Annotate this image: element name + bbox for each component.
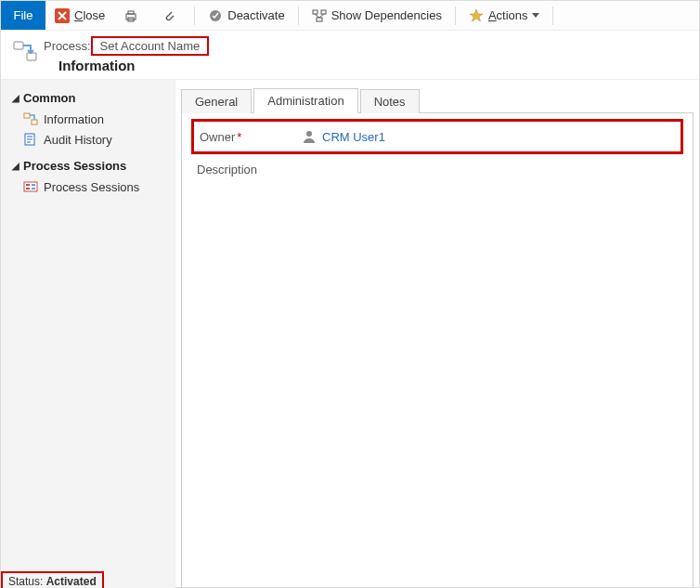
nav-group-common[interactable]: ◢ Common <box>1 89 175 109</box>
left-nav: ◢ Common Information Audit History ◢ Pro… <box>1 80 175 588</box>
actions-menu-button[interactable]: Actions <box>460 1 549 30</box>
nav-item-audit-history[interactable]: Audit History <box>1 129 175 150</box>
svg-rect-17 <box>32 188 35 189</box>
caret-icon: ◢ <box>12 93 19 103</box>
chevron-down-icon <box>532 13 539 18</box>
svg-rect-15 <box>26 188 30 189</box>
nav-item-process-sessions[interactable]: Process Sessions <box>1 176 175 197</box>
svg-rect-9 <box>27 53 36 60</box>
owner-value-text: CRM User1 <box>322 130 385 144</box>
nav-item-label: Process Sessions <box>44 180 139 194</box>
actions-label: Actions <box>488 8 528 22</box>
svg-rect-2 <box>128 11 134 14</box>
sessions-icon <box>23 179 38 194</box>
star-icon <box>469 8 484 23</box>
svg-rect-7 <box>317 18 322 21</box>
caret-icon: ◢ <box>12 161 19 171</box>
status-label: Status: <box>8 575 43 588</box>
deactivate-button[interactable]: Deactivate <box>199 1 293 30</box>
form-title: Information <box>58 58 209 73</box>
close-button[interactable]: Close <box>45 1 114 30</box>
toolbar-separator <box>455 7 456 25</box>
print-icon <box>123 8 138 23</box>
svg-point-18 <box>306 131 312 137</box>
dependencies-icon <box>312 8 327 23</box>
deactivate-icon <box>208 8 223 23</box>
description-field-label: Description <box>197 163 290 176</box>
process-name: Set Account Name <box>91 36 210 56</box>
description-field-row: Description <box>191 154 683 184</box>
nav-group-process-sessions[interactable]: ◢ Process Sessions <box>1 157 175 176</box>
svg-rect-5 <box>313 10 318 14</box>
tab-notes[interactable]: Notes <box>360 89 420 113</box>
svg-rect-14 <box>26 184 30 186</box>
print-button[interactable] <box>114 1 152 30</box>
owner-field-row: Owner* CRM User1 <box>191 119 683 154</box>
svg-rect-8 <box>14 42 23 49</box>
svg-rect-16 <box>32 184 35 186</box>
toolbar-separator <box>298 7 299 25</box>
nav-group-label: Process Sessions <box>23 159 126 173</box>
owner-field-label: Owner* <box>200 130 292 144</box>
tab-administration[interactable]: Administration <box>253 88 357 113</box>
record-header: Process: Set Account Name Information <box>1 31 699 80</box>
process-label: Process: <box>44 39 91 53</box>
form-body: Owner* CRM User1 Description <box>181 113 694 588</box>
svg-rect-11 <box>32 120 37 124</box>
toolbar-separator <box>552 7 553 25</box>
close-icon <box>55 8 70 23</box>
status-value: Activated <box>46 575 97 588</box>
status-bar: Status: Activated <box>1 571 104 588</box>
file-menu-button[interactable]: File <box>1 1 45 30</box>
toolbar-separator <box>194 7 195 25</box>
process-icon <box>23 111 38 126</box>
toolbar: File Close <box>1 1 699 31</box>
audit-icon <box>23 132 38 147</box>
tab-general[interactable]: General <box>181 89 252 113</box>
main-panel: General Administration Notes Owner* CRM … <box>175 80 699 588</box>
tab-strip: General Administration Notes <box>181 87 694 113</box>
attach-button[interactable] <box>152 1 190 30</box>
svg-rect-13 <box>24 182 37 191</box>
show-dependencies-label: Show Dependencies <box>331 8 442 22</box>
close-label: Close <box>74 8 105 22</box>
nav-item-label: Audit History <box>44 133 112 147</box>
process-record-icon <box>12 38 38 64</box>
user-icon <box>302 129 317 144</box>
nav-item-label: Information <box>44 112 104 126</box>
paperclip-icon <box>162 8 176 23</box>
show-dependencies-button[interactable]: Show Dependencies <box>303 1 451 30</box>
nav-item-information[interactable]: Information <box>1 109 175 129</box>
svg-rect-6 <box>321 10 326 14</box>
deactivate-label: Deactivate <box>227 8 284 22</box>
owner-lookup[interactable]: CRM User1 <box>302 129 385 144</box>
nav-group-label: Common <box>23 91 75 105</box>
svg-rect-10 <box>24 113 30 118</box>
